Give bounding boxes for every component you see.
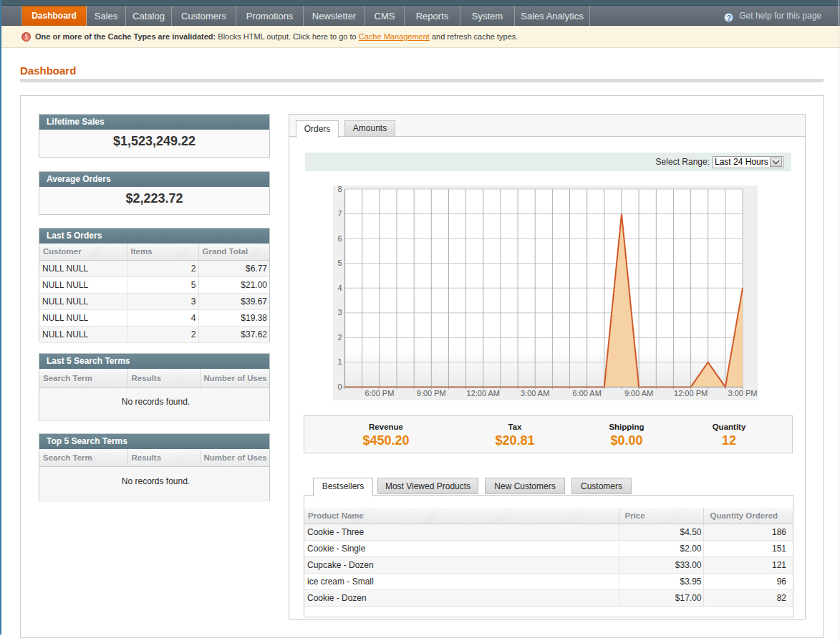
svg-text:9:00 AM: 9:00 AM — [624, 389, 653, 397]
svg-text:12:00 AM: 12:00 AM — [467, 389, 500, 397]
svg-text:6:00 AM: 6:00 AM — [573, 389, 602, 397]
svg-text:4: 4 — [337, 284, 342, 292]
svg-text:12:00 PM: 12:00 PM — [674, 389, 708, 397]
svg-text:1: 1 — [337, 357, 342, 366]
svg-text:6: 6 — [337, 234, 342, 243]
svg-text:7: 7 — [337, 209, 342, 218]
svg-text:3: 3 — [337, 308, 342, 317]
svg-text:9:00 PM: 9:00 PM — [417, 389, 446, 397]
svg-text:0: 0 — [337, 382, 342, 391]
svg-text:6:00 PM: 6:00 PM — [365, 389, 394, 397]
svg-text:3:00 AM: 3:00 AM — [521, 389, 549, 397]
svg-text:5: 5 — [337, 259, 342, 267]
svg-text:3:00 PM: 3:00 PM — [728, 389, 758, 397]
svg-text:2: 2 — [337, 333, 342, 342]
svg-text:8: 8 — [337, 185, 342, 193]
